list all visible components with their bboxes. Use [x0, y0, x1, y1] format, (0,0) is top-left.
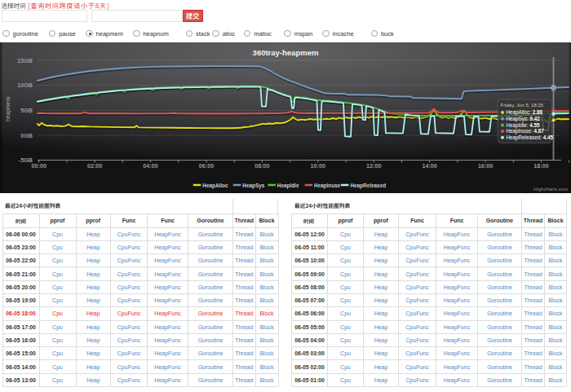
svg-text:15GB: 15GB	[17, 57, 33, 64]
svg-text:Friday, Jun 5, 18:25: Friday, Jun 5, 18:25	[501, 103, 544, 108]
svg-text:HeapIdle: HeapIdle	[277, 183, 299, 189]
svg-text:10GB: 10GB	[17, 81, 33, 89]
svg-text:HeapInuse: HeapInuse	[314, 183, 341, 189]
svg-text:HeapReleased: HeapReleased	[350, 183, 386, 189]
svg-text:06:00: 06:00	[199, 162, 214, 170]
svg-text:16:00: 16:00	[478, 162, 493, 170]
svg-text:14:00: 14:00	[422, 162, 436, 170]
svg-text:HeapAlloc: HeapAlloc	[202, 183, 228, 189]
svg-text:08:00: 08:00	[255, 162, 269, 170]
svg-text:360tray-heapmem: 360tray-heapmem	[253, 48, 319, 57]
svg-text:04:00: 04:00	[143, 162, 157, 170]
svg-text:0GB: 0GB	[20, 132, 33, 139]
svg-text:-5GB: -5GB	[19, 156, 33, 164]
svg-text:HeapSys: HeapSys	[242, 183, 264, 189]
svg-text:00:00: 00:00	[32, 162, 46, 170]
svg-text:5GB: 5GB	[20, 107, 33, 114]
svg-text:02:00: 02:00	[87, 162, 102, 170]
svg-text:Highcharts.com: Highcharts.com	[533, 187, 568, 192]
svg-text:18:00: 18:00	[533, 162, 548, 170]
svg-text:heapmem: heapmem	[5, 97, 11, 122]
svg-text:HeapReleased: 4.45: HeapReleased: 4.45	[507, 134, 554, 141]
svg-text:10:00: 10:00	[311, 162, 325, 170]
svg-text:12:00: 12:00	[366, 162, 381, 170]
